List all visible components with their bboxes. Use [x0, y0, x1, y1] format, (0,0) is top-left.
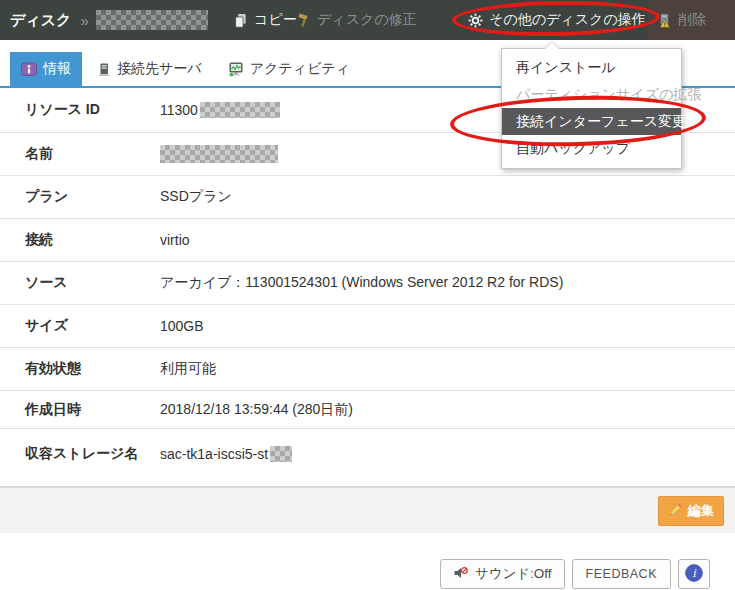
menu-item-change-interface[interactable]: 接続インターフェース変更: [502, 108, 681, 135]
breadcrumb-disk[interactable]: ディスク: [10, 11, 71, 30]
copy-icon: [233, 13, 248, 28]
info-row-storage: 収容ストレージ名 sac-tk1a-iscsi5-st: [0, 429, 735, 479]
info-row-created: 作成日時 2018/12/18 13:59:44 (280日前): [0, 391, 735, 429]
copy-button[interactable]: コピー: [233, 0, 297, 40]
tab-connected-server[interactable]: 接続先サーバ: [86, 52, 213, 86]
disk-detail-page: ディスク » コピー ディスクの修正 その他のディスクの操作 ▼ 削除 情報: [0, 0, 735, 590]
info-row-source: ソース アーカイブ：113001524301 (Windows Server 2…: [0, 262, 735, 305]
disk-name-redacted: [96, 10, 208, 30]
sound-toggle-button[interactable]: サウンド:Off: [440, 559, 565, 589]
tab-activity[interactable]: アクティビティ: [217, 52, 361, 86]
server-icon: [97, 62, 111, 77]
breadcrumb: ディスク »: [10, 0, 208, 40]
feedback-button[interactable]: FEEDBACK: [572, 559, 671, 589]
edit-button[interactable]: 編集: [658, 496, 724, 526]
menu-item-auto-backup[interactable]: 自動バックアップ: [502, 135, 681, 162]
modify-disk-button[interactable]: ディスクの修正: [296, 0, 417, 40]
gear-icon: [468, 13, 483, 28]
storage-name-redacted: [270, 446, 292, 462]
top-toolbar: ディスク » コピー ディスクの修正 その他のディスクの操作 ▼ 削除: [0, 0, 735, 40]
speaker-mute-icon: [453, 566, 469, 583]
help-info-button[interactable]: i: [678, 559, 710, 589]
info-row-plan: プラン SSDプラン: [0, 176, 735, 219]
delete-warning-icon: [657, 13, 672, 28]
hammer-icon: [296, 13, 311, 28]
status-bar: サウンド:Off FEEDBACK i: [440, 559, 710, 589]
breadcrumb-separator: »: [80, 12, 88, 29]
info-row-availability: 有効状態 利用可能: [0, 348, 735, 391]
info-tab-icon: [21, 61, 37, 77]
other-operations-menu: 再インストール パーティションサイズの拡張 接続インターフェース変更 自動バック…: [501, 48, 682, 169]
menu-item-partition-expand[interactable]: パーティションサイズの拡張: [502, 81, 681, 108]
name-redacted: [160, 145, 278, 163]
info-circle-icon: i: [684, 563, 704, 586]
activity-monitor-icon: [228, 61, 244, 77]
menu-item-reinstall[interactable]: 再インストール: [502, 54, 681, 81]
action-strip: 編集: [0, 486, 735, 533]
tab-info[interactable]: 情報: [10, 52, 82, 86]
delete-button[interactable]: 削除: [648, 0, 735, 40]
info-row-size: サイズ 100GB: [0, 305, 735, 348]
info-row-connection: 接続 virtio: [0, 219, 735, 262]
resource-id-redacted: [200, 102, 280, 118]
pencil-icon: [668, 502, 683, 520]
other-disk-operations-button[interactable]: その他のディスクの操作 ▼: [468, 0, 667, 40]
